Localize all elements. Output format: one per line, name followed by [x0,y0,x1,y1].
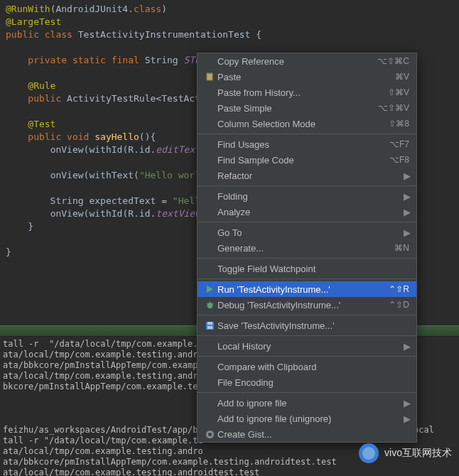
menu-separator [198,278,416,279]
menu-item-copy-reference[interactable]: Copy Reference⌥⇧⌘C [198,53,416,69]
menu-item-label: Run 'TestActivityInstrume...' [217,284,389,295]
blank-icon [203,55,216,67]
menu-shortcut: ⌃⇧D [389,300,409,310]
svg-point-3 [207,303,212,308]
menu-shortcut: ⇧⌘V [388,87,409,97]
menu-separator [198,392,416,393]
menu-item-toggle-field-watchpoint[interactable]: Toggle Field Watchpoint [198,261,416,276]
menu-item-label: Column Selection Mode [217,119,389,129]
menu-item-paste-from-history[interactable]: Paste from History...⇧⌘V [198,85,416,100]
menu-item-label: Add to ignore file (unignore) [217,413,399,424]
menu-item-create-gist[interactable]: Create Gist... [198,426,416,442]
menu-item-save-testactivityinstrume[interactable]: Save 'TestActivityInstrume...' [198,318,416,333]
menu-item-generate[interactable]: Generate...⌘N [198,240,416,256]
menu-shortcut: ⌃⇧R [389,284,409,294]
menu-item-label: Save 'TestActivityInstrume...' [217,320,409,331]
menu-shortcut: ⌥F7 [389,139,409,149]
debug-icon [203,299,216,310]
menu-item-paste[interactable]: Paste⌘V [198,69,416,85]
menu-item-label: Paste [217,72,395,82]
submenu-arrow-icon: ▶ [404,191,409,202]
menu-item-compare-with-clipboard[interactable]: Compare with Clipboard [198,359,416,374]
menu-separator [198,185,416,186]
menu-shortcut: ⌥⇧⌘V [378,103,409,113]
menu-separator [198,222,416,222]
submenu-arrow-icon: ▶ [404,341,409,352]
menu-item-label: Find Usages [217,139,389,150]
menu-item-label: Analyze [217,207,399,217]
menu-item-file-encoding[interactable]: File Encoding [198,374,416,390]
menu-item-label: Compare with Clipboard [217,362,409,372]
menu-item-label: File Encoding [217,377,409,388]
blank-icon [203,413,216,424]
svg-point-11 [208,433,212,436]
menu-item-find-sample-code[interactable]: Find Sample Code⌥F8 [198,152,416,168]
menu-item-label: Refactor [217,171,399,181]
code-line[interactable]: @RunWith(AndroidJUnit4.class) [6,3,453,16]
menu-item-label: Add to ignore file [217,398,399,409]
blank-icon [203,397,216,409]
svg-rect-8 [207,322,212,325]
gist-icon [203,428,216,440]
blank-icon [203,139,216,150]
menu-separator [198,134,416,134]
watermark-text: vivo互联网技术 [384,447,452,460]
menu-item-label: Toggle Field Watchpoint [217,264,409,274]
menu-item-debug-testactivityinstrume[interactable]: Debug 'TestActivityInstrume...'⌃⇧D [198,297,416,313]
menu-separator [198,258,416,259]
save-icon [203,320,216,331]
watermark: vivo互联网技术 [359,443,452,463]
code-line[interactable]: public class TestActivityInstrumentation… [6,28,453,41]
menu-shortcut: ⌥⇧⌘C [377,56,409,66]
menu-item-label: Create Gist... [217,429,409,440]
blank-icon [203,377,216,388]
menu-item-local-history[interactable]: Local History▶ [198,338,416,354]
blank-icon [203,190,216,202]
blank-icon [203,118,216,129]
menu-item-label: Find Sample Code [217,155,389,166]
menu-item-label: Folding [217,191,399,202]
menu-item-label: Debug 'TestActivityInstrume...' [217,300,389,310]
svg-rect-0 [207,73,212,80]
menu-shortcut: ⌘V [395,72,409,82]
blank-icon [203,227,216,238]
menu-item-label: Paste from History... [217,87,388,98]
vivo-logo-icon [359,443,379,463]
submenu-arrow-icon: ▶ [404,171,409,181]
blank-icon [203,361,216,372]
menu-item-label: Copy Reference [217,56,377,67]
paste-icon [203,71,216,82]
menu-item-label: Paste Simple [217,103,378,114]
menu-item-add-to-ignore-file-unignore[interactable]: Add to ignore file (unignore)▶ [198,411,416,426]
submenu-arrow-icon: ▶ [404,227,409,238]
blank-icon [203,154,216,166]
menu-item-add-to-ignore-file[interactable]: Add to ignore file▶ [198,395,416,411]
blank-icon [203,242,216,254]
menu-item-folding[interactable]: Folding▶ [198,188,416,204]
submenu-arrow-icon: ▶ [404,207,409,217]
menu-item-go-to[interactable]: Go To▶ [198,225,416,240]
menu-shortcut: ⌥F8 [389,155,409,165]
menu-item-column-selection-mode[interactable]: Column Selection Mode⇧⌘8 [198,116,416,131]
run-icon [203,283,216,295]
svg-rect-9 [207,326,212,329]
menu-item-label: Generate... [217,243,394,254]
menu-item-analyze[interactable]: Analyze▶ [198,204,416,220]
menu-separator [198,335,416,336]
menu-shortcut: ⌘N [394,243,409,253]
blank-icon [203,340,216,352]
code-line[interactable]: @LargeTest [6,16,453,28]
menu-item-label: Go To [217,227,399,238]
blank-icon [203,102,216,114]
menu-item-run-testactivityinstrume[interactable]: Run 'TestActivityInstrume...'⌃⇧R [198,281,416,297]
menu-separator [198,315,416,315]
menu-separator [198,356,416,357]
menu-item-paste-simple[interactable]: Paste Simple⌥⇧⌘V [198,100,416,116]
menu-item-find-usages[interactable]: Find Usages⌥F7 [198,136,416,152]
menu-item-refactor[interactable]: Refactor▶ [198,168,416,183]
blank-icon [203,263,216,274]
svg-rect-1 [208,72,211,74]
blank-icon [203,206,216,217]
blank-icon [203,87,216,98]
submenu-arrow-icon: ▶ [404,413,409,424]
